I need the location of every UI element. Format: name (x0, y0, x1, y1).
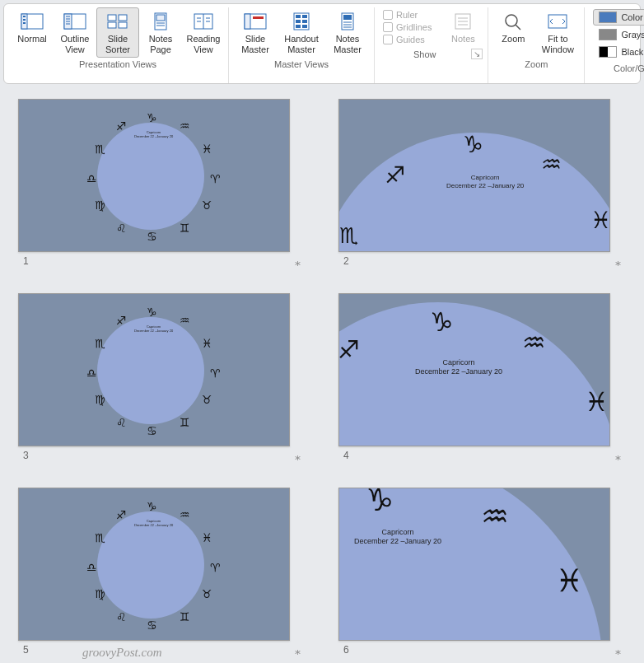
slide-thumb-6[interactable]: ♑ ♒ ♓ CapricornDecember 22 –January 20 6… (338, 488, 626, 657)
color-label: Color (621, 12, 642, 22)
slide-number: 5 (23, 644, 29, 657)
zodiac-title: CapricornDecember 22 –January 20 (134, 131, 173, 139)
slide-canvas: ♑ ♒ ♓ ♈ ♉ ♊ ♋ ♌ ♍ ♎ ♏ ♐ CapricornDecembe… (18, 488, 290, 641)
libra-icon: ♎ (86, 367, 97, 380)
sagittarius-icon: ♐ (116, 508, 127, 521)
slide-number: 2 (343, 255, 349, 268)
fit-window-icon (545, 11, 570, 32)
checkbox-icon (383, 35, 393, 44)
normal-icon (20, 11, 44, 32)
grayscale-label: Grayscale (621, 30, 644, 40)
bw-label: Black and White (621, 47, 644, 57)
slide-canvas: ♑ ♒ ♓ CapricornDecember 22 –January 20 (338, 488, 610, 641)
svg-rect-2 (23, 16, 26, 17)
aquarius-icon: ♒ (522, 327, 546, 358)
grayscale-button[interactable]: Grayscale (593, 26, 644, 43)
svg-point-44 (506, 15, 517, 26)
slide-thumb-2[interactable]: ♑ ♒ ♓ ♐ ♏ CapricornDecember 22 –January … (338, 99, 626, 268)
taurus-icon: ♉ (202, 198, 212, 212)
zoom-label: Zoom (502, 34, 525, 44)
pisces-icon: ♓ (585, 386, 609, 418)
sagittarius-icon: ♐ (116, 119, 127, 133)
zodiac-title: CapricornDecember 22 –January 20 (134, 325, 173, 334)
ribbon: Normal Outline View Slide Sorter Notes P… (3, 3, 641, 84)
slide-thumb-1[interactable]: ♑ ♒ ♓ ♈ ♉ ♊ ♋ ♌ ♍ ♎ ♏ ♐ CapricornDecembe… (18, 99, 306, 268)
checkbox-icon (383, 22, 393, 32)
aquarius-icon: ♒ (541, 151, 562, 178)
bw-button[interactable]: Black and White (593, 44, 644, 60)
slide-sorter-label: Slide Sorter (105, 34, 130, 54)
slide-sorter-button[interactable]: Slide Sorter (96, 7, 139, 58)
group-color-grayscale: Color Grayscale Black and White Color/Gr… (585, 7, 644, 83)
svg-rect-29 (296, 15, 301, 18)
reading-view-button[interactable]: Reading View (182, 7, 225, 58)
svg-rect-33 (296, 25, 301, 28)
handout-master-button[interactable]: Handout Master (278, 7, 324, 58)
gemini-icon: ♊ (180, 222, 190, 235)
notes-master-icon (335, 11, 360, 32)
cancer-icon: ♋ (147, 230, 157, 243)
notes-page-icon (148, 11, 173, 32)
virgo-icon: ♍ (95, 393, 105, 406)
svg-rect-27 (253, 16, 264, 19)
color-button[interactable]: Color (593, 9, 644, 26)
grayscale-swatch-icon (599, 29, 617, 40)
cancer-icon: ♋ (147, 619, 157, 632)
capricorn-icon: ♑ (147, 500, 157, 513)
notes-page-button[interactable]: Notes Page (139, 7, 182, 58)
checkbox-icon (383, 10, 393, 20)
zodiac-title: CapricornDecember 22 –January 20 (415, 358, 502, 376)
taurus-icon: ♉ (202, 587, 212, 600)
zoom-icon (501, 11, 525, 32)
capricorn-icon: ♑ (430, 306, 454, 338)
gemini-icon: ♊ (180, 610, 190, 623)
gridlines-label: Gridlines (396, 22, 432, 32)
reading-view-label: Reading View (187, 34, 221, 54)
outline-label: Outline View (61, 34, 90, 54)
presentation-views-label: Presentation Views (79, 58, 156, 72)
slide-master-button[interactable]: Slide Master (232, 7, 278, 58)
svg-rect-3 (23, 19, 26, 21)
handout-master-icon (289, 11, 314, 32)
slide-canvas: ♑ ♒ ♓ ♈ ♉ ♊ ♋ ♌ ♍ ♎ ♏ ♐ CapricornDecembe… (18, 99, 290, 252)
slide-thumb-3[interactable]: ♑ ♒ ♓ ♈ ♉ ♊ ♋ ♌ ♍ ♎ ♏ ♐ CapricornDecembe… (18, 293, 306, 463)
notes-master-label: Notes Master (334, 34, 362, 54)
aquarius-icon: ♒ (481, 498, 509, 535)
svg-rect-32 (302, 20, 307, 23)
scorpio-icon: ♏ (95, 337, 105, 350)
svg-rect-26 (245, 14, 250, 29)
virgo-icon: ♍ (95, 587, 105, 600)
virgo-icon: ♍ (95, 198, 105, 212)
notes-icon (450, 11, 475, 32)
sagittarius-icon: ♐ (116, 314, 127, 327)
gridlines-checkbox[interactable]: Gridlines (383, 21, 432, 33)
svg-rect-14 (119, 22, 127, 28)
guides-checkbox[interactable]: Guides (383, 34, 425, 45)
slide-thumb-4[interactable]: ♑ ♒ ♓ ♐ CapricornDecember 22 –January 20… (338, 293, 626, 463)
notes-master-button[interactable]: Notes Master (324, 7, 371, 58)
svg-rect-4 (23, 22, 26, 24)
star-icon: ⁎ (295, 644, 301, 657)
slide-sorter-pane[interactable]: ♑ ♒ ♓ ♈ ♉ ♊ ♋ ♌ ♍ ♎ ♏ ♐ CapricornDecembe… (0, 87, 644, 661)
normal-label: Normal (17, 34, 46, 44)
show-dialog-launcher[interactable]: ↘ (471, 49, 483, 59)
gemini-icon: ♊ (180, 416, 190, 429)
notes-page-label: Notes Page (149, 34, 173, 54)
outline-view-button[interactable]: Outline View (54, 7, 96, 58)
notes-button[interactable]: Notes (441, 7, 484, 48)
color-swatch-icon (599, 12, 617, 23)
fit-label: Fit to Window (542, 34, 574, 54)
pisces-icon: ♓ (555, 563, 583, 599)
svg-rect-11 (108, 15, 116, 21)
watermark: groovyPost.com (82, 646, 162, 660)
slide-thumb-5[interactable]: ♑ ♒ ♓ ♈ ♉ ♊ ♋ ♌ ♍ ♎ ♏ ♐ CapricornDecembe… (18, 488, 306, 657)
ruler-checkbox[interactable]: Ruler (383, 9, 418, 21)
scorpio-icon: ♏ (95, 531, 105, 544)
capricorn-icon: ♑ (366, 488, 394, 518)
taurus-icon: ♉ (202, 393, 212, 406)
svg-line-45 (516, 25, 520, 30)
fit-to-window-button[interactable]: Fit to Window (534, 7, 581, 58)
normal-button[interactable]: Normal (11, 7, 54, 48)
aries-icon: ♈ (210, 172, 221, 185)
zoom-button[interactable]: Zoom (492, 7, 534, 48)
